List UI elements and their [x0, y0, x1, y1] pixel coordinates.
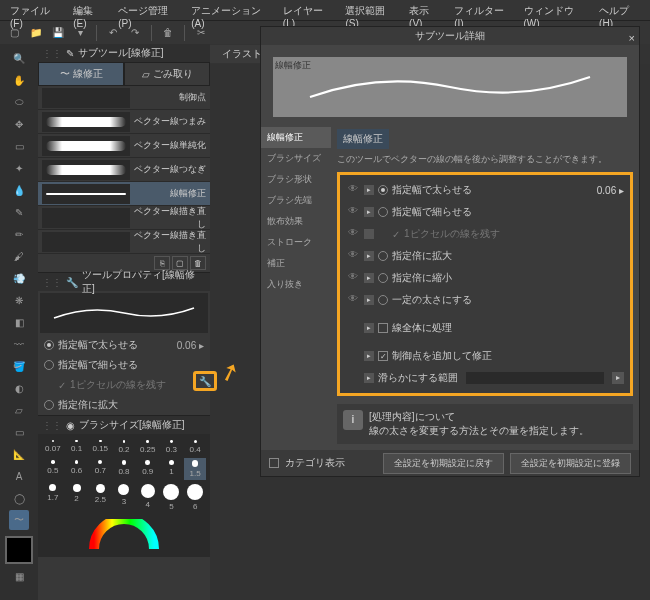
menu-help[interactable]: ヘルプ(H): [593, 2, 646, 18]
open-icon[interactable]: 📁: [28, 25, 44, 41]
prop-row[interactable]: 指定倍に拡大: [38, 395, 210, 415]
fill-tool-icon[interactable]: 🪣: [9, 356, 29, 376]
text-tool-icon[interactable]: A: [9, 466, 29, 486]
subtool-tab-correct[interactable]: 〜線修正: [38, 62, 124, 86]
opt-row[interactable]: ▸線全体に処理: [344, 317, 626, 339]
brush-size-cell[interactable]: 1: [161, 458, 183, 480]
brush-size-cell[interactable]: 0.1: [66, 438, 88, 456]
prop-row[interactable]: ✓1ピクセルの線を残す: [38, 375, 210, 395]
correct-line-tool-icon[interactable]: 〜: [9, 510, 29, 530]
brush-size-cell[interactable]: 2: [66, 482, 88, 513]
detail-cat[interactable]: 補正: [261, 253, 331, 274]
brush-size-cell[interactable]: 0.25: [137, 438, 159, 456]
brush-size-cell[interactable]: 0.4: [184, 438, 206, 456]
detail-cat[interactable]: ブラシ形状: [261, 169, 331, 190]
close-icon[interactable]: ×: [629, 29, 635, 47]
subtool-item[interactable]: ベクター線つまみ: [38, 110, 210, 134]
cut-icon[interactable]: ✂: [193, 25, 209, 41]
save-all-button[interactable]: 全設定を初期設定に登録: [510, 453, 631, 474]
menu-select[interactable]: 選択範囲(S): [339, 2, 401, 18]
marquee-tool-icon[interactable]: ▭: [9, 136, 29, 156]
blend-tool-icon[interactable]: 〰: [9, 334, 29, 354]
subtool-item[interactable]: ベクター線単純化: [38, 134, 210, 158]
balloon-tool-icon[interactable]: ◯: [9, 488, 29, 508]
opt-row[interactable]: 👁▸一定の太さにする: [344, 289, 626, 311]
opt-row[interactable]: 👁▸指定倍に縮小: [344, 267, 626, 289]
gradient-tool-icon[interactable]: ◐: [9, 378, 29, 398]
tool-property-wrench-icon[interactable]: 🔧: [193, 371, 217, 391]
menu-anim[interactable]: アニメーション(A): [185, 2, 275, 18]
brush-size-cell[interactable]: 0.3: [161, 438, 183, 456]
frame-tool-icon[interactable]: ▭: [9, 422, 29, 442]
subtool-item[interactable]: 制御点: [38, 86, 210, 110]
menu-window[interactable]: ウィンドウ(W): [518, 2, 592, 18]
palette-icon[interactable]: ▦: [9, 566, 29, 586]
smooth-range-slider[interactable]: [466, 372, 604, 384]
brush-size-cell[interactable]: 0.9: [137, 458, 159, 480]
prop-row[interactable]: 指定幅で太らせる0.06 ▸: [38, 335, 210, 355]
brush-size-cell[interactable]: 1.7: [42, 482, 64, 513]
detail-cat[interactable]: 入り抜き: [261, 274, 331, 295]
detail-cat[interactable]: ブラシサイズ: [261, 148, 331, 169]
lasso-tool-icon[interactable]: ⬭: [9, 92, 29, 112]
brush-size-cell[interactable]: 3: [113, 482, 135, 513]
category-show-checkbox[interactable]: [269, 458, 279, 468]
opt-row[interactable]: 👁✓1ピクセルの線を残す: [344, 223, 626, 245]
brush-size-cell[interactable]: 0.5: [42, 458, 64, 480]
brush-size-cell[interactable]: 1.5: [184, 458, 206, 480]
save-icon[interactable]: 💾: [50, 25, 66, 41]
opt-row[interactable]: 👁▸指定幅で細らせる: [344, 201, 626, 223]
subtool-item-selected[interactable]: 線幅修正: [38, 182, 210, 206]
menu-edit[interactable]: 編集(E): [67, 2, 110, 18]
undo-icon[interactable]: ↶: [105, 25, 121, 41]
chevron-down-icon[interactable]: ▾: [72, 25, 88, 41]
move-tool-icon[interactable]: ✋: [9, 70, 29, 90]
menu-layer[interactable]: レイヤー(L): [277, 2, 338, 18]
brush-size-cell[interactable]: 5: [161, 482, 183, 513]
subtool-item[interactable]: ベクター線描き直し: [38, 206, 210, 230]
menu-page[interactable]: ページ管理(P): [112, 2, 183, 18]
brush-size-cell[interactable]: 0.15: [89, 438, 111, 456]
brush-tool-icon[interactable]: 🖌: [9, 246, 29, 266]
brush-size-cell[interactable]: 0.8: [113, 458, 135, 480]
brush-size-cell[interactable]: 6: [184, 482, 206, 513]
delete-icon[interactable]: 🗑: [160, 25, 176, 41]
subtool-tab-dust[interactable]: ▱ごみ取り: [124, 62, 210, 86]
brush-size-cell[interactable]: 0.6: [66, 458, 88, 480]
color-swatch[interactable]: [5, 536, 33, 564]
menu-filter[interactable]: フィルター(I): [448, 2, 515, 18]
airbrush-tool-icon[interactable]: 💨: [9, 268, 29, 288]
brush-size-cell[interactable]: 2.5: [89, 482, 111, 513]
detail-cat[interactable]: ブラシ先端: [261, 190, 331, 211]
opt-row[interactable]: 👁▸指定幅で太らせる0.06 ▸: [344, 179, 626, 201]
opt-row[interactable]: ▸制御点を追加して修正: [344, 345, 626, 367]
shape-tool-icon[interactable]: ▱: [9, 400, 29, 420]
redo-icon[interactable]: ↷: [127, 25, 143, 41]
ruler-tool-icon[interactable]: 📐: [9, 444, 29, 464]
eraser-tool-icon[interactable]: ◧: [9, 312, 29, 332]
prop-row[interactable]: 指定幅で細らせる: [38, 355, 210, 375]
eyedropper-tool-icon[interactable]: 💧: [9, 180, 29, 200]
wand-tool-icon[interactable]: ✦: [9, 158, 29, 178]
opt-row[interactable]: ▸滑らかにする範囲▸: [344, 367, 626, 389]
brush-size-cell[interactable]: 4: [137, 482, 159, 513]
menu-file[interactable]: ファイル(F): [4, 2, 65, 18]
brush-size-cell[interactable]: 0.7: [89, 458, 111, 480]
slider-arrow-icon[interactable]: ▸: [612, 372, 624, 384]
opt-row[interactable]: 👁▸指定倍に拡大: [344, 245, 626, 267]
subtool-item[interactable]: ベクター線描き直し: [38, 230, 210, 254]
reset-all-button[interactable]: 全設定を初期設定に戻す: [383, 453, 504, 474]
transform-tool-icon[interactable]: ✥: [9, 114, 29, 134]
color-wheel[interactable]: [38, 517, 210, 557]
pen-tool-icon[interactable]: ✎: [9, 202, 29, 222]
deco-tool-icon[interactable]: ❋: [9, 290, 29, 310]
new-icon[interactable]: ▢: [6, 25, 22, 41]
zoom-tool-icon[interactable]: 🔍: [9, 48, 29, 68]
detail-cat[interactable]: 線幅修正: [261, 127, 331, 148]
detail-cat[interactable]: ストローク: [261, 232, 331, 253]
brush-size-cell[interactable]: 0.2: [113, 438, 135, 456]
subtool-item[interactable]: ベクター線つなぎ: [38, 158, 210, 182]
brush-size-cell[interactable]: 0.07: [42, 438, 64, 456]
menu-view[interactable]: 表示(V): [403, 2, 446, 18]
detail-cat[interactable]: 散布効果: [261, 211, 331, 232]
